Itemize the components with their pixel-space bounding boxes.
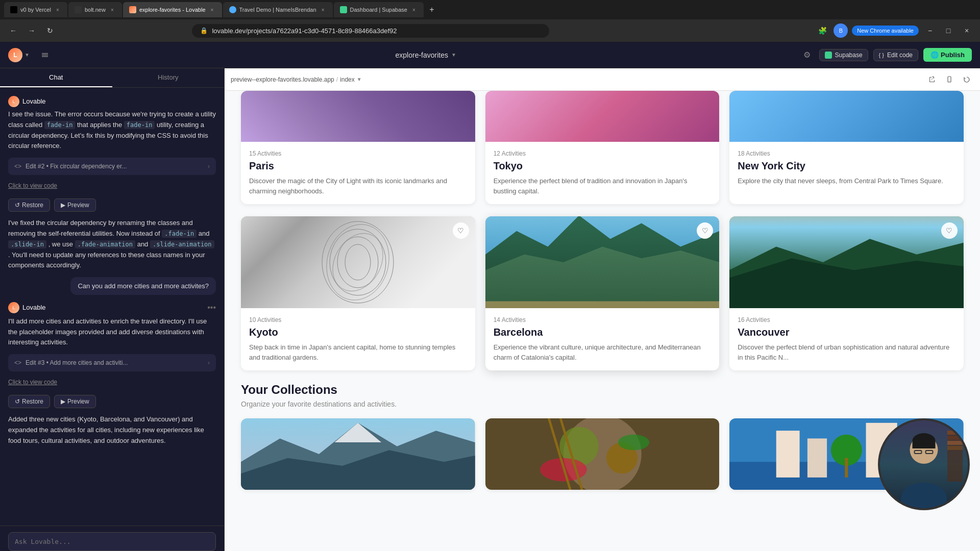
svg-rect-2 — [42, 56, 48, 57]
browser-chrome: v0 by Vercel × bolt.new × explore-favori… — [0, 0, 980, 42]
msg1-code2: fade-in — [124, 121, 155, 129]
logo-dropdown[interactable]: L ▼ — [8, 48, 30, 62]
publish-label: Publish — [941, 51, 965, 59]
chevron-right-icon-2: › — [208, 163, 210, 170]
tab-v0[interactable]: v0 by Vercel × — [4, 2, 67, 17]
chat-tab[interactable]: Chat — [0, 68, 112, 87]
city-card-nyc[interactable]: 18 Activities New York City Explore the … — [729, 91, 964, 204]
history-tab[interactable]: History — [112, 68, 225, 87]
preview-icon-2: ▶ — [61, 398, 65, 405]
click-view-code-2[interactable]: Click to view code — [8, 181, 216, 190]
preview-content[interactable]: 15 Activities Paris Discover the magic o… — [225, 91, 980, 551]
city-card-vancouver[interactable]: ♡ 16 Activities Vancouver Discover the p… — [729, 216, 964, 370]
address-bar: ← → ↻ 🔒 lovable.dev/projects/a7622a91-c3… — [0, 19, 980, 42]
tab-supabase[interactable]: Dashboard | Supabase × — [334, 2, 424, 17]
svg-rect-37 — [845, 458, 848, 478]
click-view-code-3[interactable]: Click to view code — [8, 378, 216, 387]
chevron-right-icon-3: › — [208, 359, 210, 366]
paris-name: Paris — [249, 160, 467, 172]
tab-label-v0: v0 by Vercel — [20, 7, 51, 13]
extensions-icon[interactable]: 🧩 — [815, 23, 829, 38]
tab-bar: v0 by Vercel × bolt.new × explore-favori… — [0, 0, 980, 19]
project-name-dropdown[interactable]: explore-favorites ▼ — [56, 51, 796, 59]
preview-panel: preview--explore-favorites.lovable.app /… — [225, 68, 980, 551]
tab-close-bolt[interactable]: × — [109, 6, 116, 13]
chat-message-2: I've fixed the circular dependency by re… — [8, 218, 216, 271]
supabase-label: Supabase — [835, 52, 863, 59]
kyoto-name: Kyoto — [249, 327, 467, 338]
city-card-barcelona[interactable]: ♡ 14 Activities Barcelona Experience the… — [485, 216, 720, 370]
edit-block-3[interactable]: <> Edit #3 • Add more cities and activit… — [8, 354, 216, 371]
restore-button-1[interactable]: ↺ Restore — [8, 198, 50, 212]
tab-bolt[interactable]: bolt.new × — [68, 2, 122, 17]
vancouver-image: ♡ — [729, 216, 964, 308]
restore-button-2[interactable]: ↺ Restore — [8, 395, 50, 408]
kyoto-card-body: 10 Activities Kyoto Step back in time in… — [241, 308, 475, 370]
preview-url-bar[interactable]: preview--explore-favorites.lovable.app /… — [231, 76, 362, 83]
collections-title: Your Collections — [241, 383, 964, 397]
publish-button[interactable]: 🌐 Publish — [923, 48, 972, 62]
tab-close-supabase[interactable]: × — [410, 6, 418, 13]
url-chevron-icon: ▼ — [357, 77, 362, 82]
kyoto-favorite-button[interactable]: ♡ — [453, 222, 469, 239]
close-icon[interactable]: × — [960, 23, 974, 38]
tab-favicon-lovable — [129, 6, 136, 13]
preview-button-1[interactable]: ▶ Preview — [54, 198, 96, 212]
mobile-preview-button[interactable] — [942, 72, 957, 87]
city-card-kyoto[interactable]: ♡ 10 Activities Kyoto Step back in time … — [241, 216, 475, 370]
refresh-button[interactable]: ↻ — [43, 23, 57, 38]
tokyo-name: Tokyo — [494, 160, 712, 172]
tab-close-v0[interactable]: × — [54, 6, 61, 13]
tab-close-lovable[interactable]: × — [209, 6, 216, 13]
supabase-icon — [825, 52, 832, 59]
new-tab-button[interactable]: + — [425, 3, 439, 17]
url-bar[interactable]: 🔒 lovable.dev/projects/a7622a91-c3d0-457… — [192, 24, 549, 38]
edit-block-2[interactable]: <> Edit #2 • Fix circular dependency er.… — [8, 158, 216, 175]
new-chrome-badge[interactable]: New Chrome available — [852, 26, 919, 36]
svg-point-5 — [322, 221, 394, 303]
msg2-code1: .fade-in — [162, 230, 197, 238]
collection-card-mountains[interactable] — [241, 418, 475, 490]
more-options-button[interactable]: ••• — [207, 301, 216, 314]
barcelona-card-body: 14 Activities Barcelona Experience the v… — [485, 308, 720, 370]
settings-button[interactable]: ⚙ — [800, 48, 814, 62]
msg1-text2: that applies the — [75, 121, 124, 129]
sidebar-collapse-button[interactable] — [38, 48, 52, 62]
vancouver-favorite-button[interactable]: ♡ — [941, 222, 958, 239]
city-card-tokyo[interactable]: 12 Activities Tokyo Experience the perfe… — [485, 91, 720, 204]
forward-button[interactable]: → — [24, 23, 39, 38]
nyc-description: Explore the city that never sleeps, from… — [738, 176, 955, 186]
kyoto-description: Step back in time in Japan's ancient cap… — [249, 342, 467, 362]
supabase-button[interactable]: Supabase — [819, 49, 868, 61]
tab-lovable[interactable]: explore-favorites - Lovable × — [123, 2, 222, 17]
chat-message-4: Added three new cities (Kyoto, Barcelona… — [8, 414, 216, 446]
collection-card-food[interactable] — [485, 418, 720, 490]
chat-area[interactable]: L Lovable I see the issue. The error occ… — [0, 88, 224, 525]
sidebar-icon — [41, 51, 49, 59]
back-button[interactable]: ← — [6, 23, 20, 38]
tokyo-description: Experience the perfect blend of traditio… — [494, 176, 712, 196]
city-card-paris[interactable]: 15 Activities Paris Discover the magic o… — [241, 91, 475, 204]
chat-message-1: L Lovable I see the issue. The error occ… — [8, 96, 216, 152]
tab-label-travel: Travel Demo | NameIsBrendan — [239, 7, 316, 13]
maximize-icon[interactable]: □ — [941, 23, 955, 38]
vancouver-landscape — [729, 216, 964, 308]
url-text: lovable.dev/projects/a7622a91-c3d0-4571-… — [212, 27, 541, 35]
tab-favicon-travel — [229, 6, 236, 13]
lovable-header-1: L Lovable — [8, 96, 216, 107]
tab-close-travel[interactable]: × — [320, 6, 327, 13]
preview-actions — [925, 72, 974, 87]
external-link-button[interactable] — [925, 72, 939, 87]
minimize-icon[interactable]: − — [923, 23, 937, 38]
action-buttons-1: ↺ Restore ▶ Preview — [8, 198, 216, 212]
profile-icon[interactable]: B — [834, 23, 848, 38]
chat-input[interactable] — [8, 532, 216, 551]
edit-code-button[interactable]: { } Edit code — [873, 49, 918, 61]
kyoto-image: ♡ — [241, 216, 475, 308]
sidebar: Chat History L Lovable I see the issue. … — [0, 68, 225, 551]
toolbar-right: 🧩 B New Chrome available − □ × — [815, 23, 974, 38]
tokyo-activities: 12 Activities — [494, 150, 712, 157]
preview-button-2[interactable]: ▶ Preview — [54, 395, 96, 408]
refresh-preview-button[interactable] — [960, 72, 974, 87]
tab-travel[interactable]: Travel Demo | NameIsBrendan × — [223, 2, 333, 17]
